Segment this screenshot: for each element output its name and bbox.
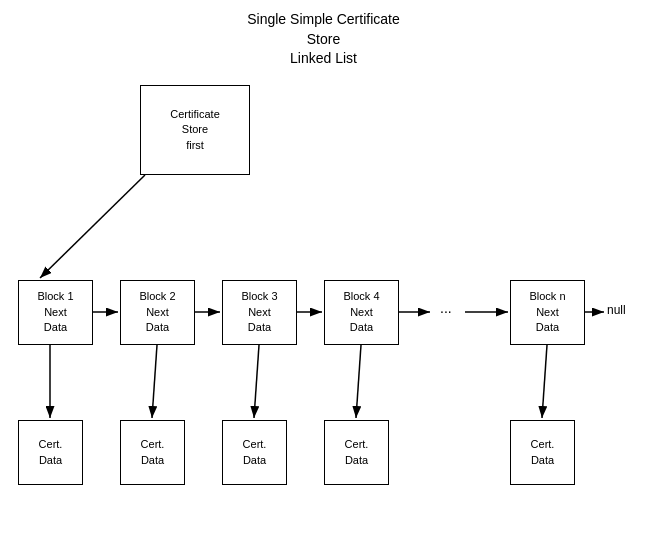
block1-box: Block 1 Next Data [18, 280, 93, 345]
cert1-box: Cert. Data [18, 420, 83, 485]
cert4-box: Cert. Data [324, 420, 389, 485]
svg-line-11 [254, 345, 259, 418]
svg-text:···: ··· [440, 303, 452, 319]
svg-line-13 [542, 345, 547, 418]
null-label: null [607, 303, 626, 317]
diagram: Single Simple Certificate Store Linked L… [0, 0, 647, 547]
blockn-box: Block n Next Data [510, 280, 585, 345]
title-line1: Single Simple Certificate [247, 11, 400, 27]
svg-line-10 [152, 345, 157, 418]
pointer-box-label: Certificate Store first [170, 107, 220, 153]
diagram-title: Single Simple Certificate Store Linked L… [0, 10, 647, 69]
cert3-box: Cert. Data [222, 420, 287, 485]
pointer-box: Certificate Store first [140, 85, 250, 175]
certn-box: Cert. Data [510, 420, 575, 485]
block4-box: Block 4 Next Data [324, 280, 399, 345]
block3-box: Block 3 Next Data [222, 280, 297, 345]
title-line3: Linked List [290, 50, 357, 66]
svg-line-12 [356, 345, 361, 418]
cert2-box: Cert. Data [120, 420, 185, 485]
title-line2: Store [307, 31, 340, 47]
block2-box: Block 2 Next Data [120, 280, 195, 345]
svg-line-1 [40, 175, 145, 278]
